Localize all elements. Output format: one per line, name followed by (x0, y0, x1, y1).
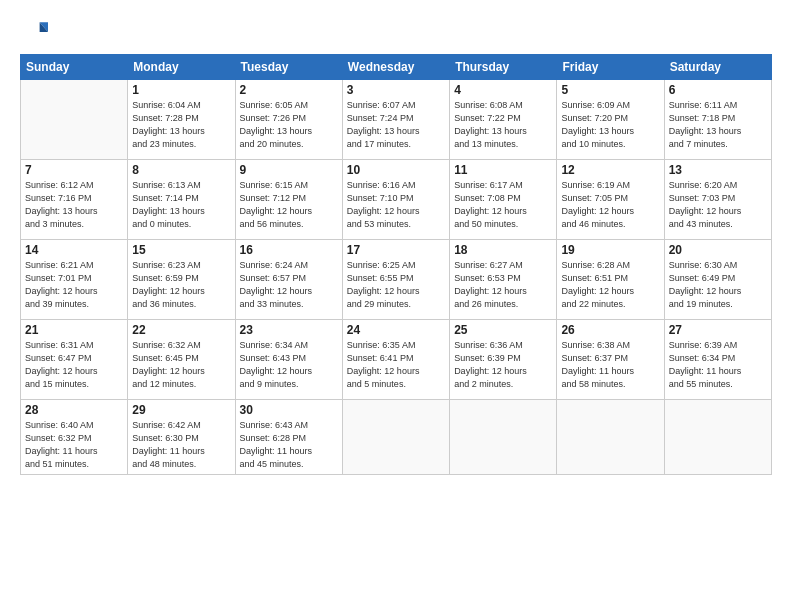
day-info: Sunrise: 6:15 AM Sunset: 7:12 PM Dayligh… (240, 179, 338, 231)
day-info: Sunrise: 6:34 AM Sunset: 6:43 PM Dayligh… (240, 339, 338, 391)
calendar-cell (342, 400, 449, 475)
day-number: 20 (669, 243, 767, 257)
day-info: Sunrise: 6:43 AM Sunset: 6:28 PM Dayligh… (240, 419, 338, 471)
week-row-5: 28Sunrise: 6:40 AM Sunset: 6:32 PM Dayli… (21, 400, 772, 475)
day-info: Sunrise: 6:19 AM Sunset: 7:05 PM Dayligh… (561, 179, 659, 231)
calendar-cell: 14Sunrise: 6:21 AM Sunset: 7:01 PM Dayli… (21, 240, 128, 320)
week-row-4: 21Sunrise: 6:31 AM Sunset: 6:47 PM Dayli… (21, 320, 772, 400)
day-info: Sunrise: 6:13 AM Sunset: 7:14 PM Dayligh… (132, 179, 230, 231)
calendar-cell: 7Sunrise: 6:12 AM Sunset: 7:16 PM Daylig… (21, 160, 128, 240)
day-number: 24 (347, 323, 445, 337)
calendar-cell: 30Sunrise: 6:43 AM Sunset: 6:28 PM Dayli… (235, 400, 342, 475)
calendar-cell: 25Sunrise: 6:36 AM Sunset: 6:39 PM Dayli… (450, 320, 557, 400)
calendar-cell: 22Sunrise: 6:32 AM Sunset: 6:45 PM Dayli… (128, 320, 235, 400)
logo (20, 18, 52, 46)
day-info: Sunrise: 6:39 AM Sunset: 6:34 PM Dayligh… (669, 339, 767, 391)
day-info: Sunrise: 6:35 AM Sunset: 6:41 PM Dayligh… (347, 339, 445, 391)
day-info: Sunrise: 6:27 AM Sunset: 6:53 PM Dayligh… (454, 259, 552, 311)
calendar-cell (21, 80, 128, 160)
calendar-cell: 5Sunrise: 6:09 AM Sunset: 7:20 PM Daylig… (557, 80, 664, 160)
day-info: Sunrise: 6:12 AM Sunset: 7:16 PM Dayligh… (25, 179, 123, 231)
calendar-table: SundayMondayTuesdayWednesdayThursdayFrid… (20, 54, 772, 475)
day-info: Sunrise: 6:23 AM Sunset: 6:59 PM Dayligh… (132, 259, 230, 311)
day-number: 2 (240, 83, 338, 97)
calendar-cell: 2Sunrise: 6:05 AM Sunset: 7:26 PM Daylig… (235, 80, 342, 160)
day-info: Sunrise: 6:04 AM Sunset: 7:28 PM Dayligh… (132, 99, 230, 151)
calendar-cell (664, 400, 771, 475)
day-info: Sunrise: 6:31 AM Sunset: 6:47 PM Dayligh… (25, 339, 123, 391)
weekday-header-monday: Monday (128, 55, 235, 80)
calendar-cell: 11Sunrise: 6:17 AM Sunset: 7:08 PM Dayli… (450, 160, 557, 240)
day-info: Sunrise: 6:32 AM Sunset: 6:45 PM Dayligh… (132, 339, 230, 391)
weekday-header-saturday: Saturday (664, 55, 771, 80)
calendar-cell: 28Sunrise: 6:40 AM Sunset: 6:32 PM Dayli… (21, 400, 128, 475)
generalblue-icon (20, 18, 48, 46)
day-number: 16 (240, 243, 338, 257)
day-info: Sunrise: 6:11 AM Sunset: 7:18 PM Dayligh… (669, 99, 767, 151)
calendar-cell: 1Sunrise: 6:04 AM Sunset: 7:28 PM Daylig… (128, 80, 235, 160)
day-number: 28 (25, 403, 123, 417)
weekday-header-row: SundayMondayTuesdayWednesdayThursdayFrid… (21, 55, 772, 80)
day-number: 7 (25, 163, 123, 177)
day-number: 4 (454, 83, 552, 97)
calendar-cell: 21Sunrise: 6:31 AM Sunset: 6:47 PM Dayli… (21, 320, 128, 400)
calendar-cell: 10Sunrise: 6:16 AM Sunset: 7:10 PM Dayli… (342, 160, 449, 240)
calendar-cell: 17Sunrise: 6:25 AM Sunset: 6:55 PM Dayli… (342, 240, 449, 320)
day-number: 23 (240, 323, 338, 337)
day-info: Sunrise: 6:38 AM Sunset: 6:37 PM Dayligh… (561, 339, 659, 391)
day-number: 12 (561, 163, 659, 177)
calendar-cell: 3Sunrise: 6:07 AM Sunset: 7:24 PM Daylig… (342, 80, 449, 160)
day-info: Sunrise: 6:40 AM Sunset: 6:32 PM Dayligh… (25, 419, 123, 471)
day-info: Sunrise: 6:05 AM Sunset: 7:26 PM Dayligh… (240, 99, 338, 151)
day-number: 19 (561, 243, 659, 257)
day-number: 15 (132, 243, 230, 257)
day-info: Sunrise: 6:24 AM Sunset: 6:57 PM Dayligh… (240, 259, 338, 311)
calendar-cell: 8Sunrise: 6:13 AM Sunset: 7:14 PM Daylig… (128, 160, 235, 240)
day-number: 3 (347, 83, 445, 97)
day-number: 25 (454, 323, 552, 337)
calendar-cell: 23Sunrise: 6:34 AM Sunset: 6:43 PM Dayli… (235, 320, 342, 400)
day-number: 22 (132, 323, 230, 337)
calendar-cell (557, 400, 664, 475)
calendar-cell: 6Sunrise: 6:11 AM Sunset: 7:18 PM Daylig… (664, 80, 771, 160)
day-number: 14 (25, 243, 123, 257)
day-number: 30 (240, 403, 338, 417)
calendar-cell: 29Sunrise: 6:42 AM Sunset: 6:30 PM Dayli… (128, 400, 235, 475)
weekday-header-tuesday: Tuesday (235, 55, 342, 80)
calendar-cell: 18Sunrise: 6:27 AM Sunset: 6:53 PM Dayli… (450, 240, 557, 320)
calendar-cell: 26Sunrise: 6:38 AM Sunset: 6:37 PM Dayli… (557, 320, 664, 400)
calendar-cell: 13Sunrise: 6:20 AM Sunset: 7:03 PM Dayli… (664, 160, 771, 240)
day-info: Sunrise: 6:08 AM Sunset: 7:22 PM Dayligh… (454, 99, 552, 151)
page: SundayMondayTuesdayWednesdayThursdayFrid… (0, 0, 792, 612)
day-number: 1 (132, 83, 230, 97)
day-number: 17 (347, 243, 445, 257)
weekday-header-thursday: Thursday (450, 55, 557, 80)
calendar-cell: 19Sunrise: 6:28 AM Sunset: 6:51 PM Dayli… (557, 240, 664, 320)
calendar-cell (450, 400, 557, 475)
day-info: Sunrise: 6:17 AM Sunset: 7:08 PM Dayligh… (454, 179, 552, 231)
calendar-cell: 15Sunrise: 6:23 AM Sunset: 6:59 PM Dayli… (128, 240, 235, 320)
calendar-cell: 20Sunrise: 6:30 AM Sunset: 6:49 PM Dayli… (664, 240, 771, 320)
calendar-cell: 16Sunrise: 6:24 AM Sunset: 6:57 PM Dayli… (235, 240, 342, 320)
calendar-cell: 27Sunrise: 6:39 AM Sunset: 6:34 PM Dayli… (664, 320, 771, 400)
day-info: Sunrise: 6:07 AM Sunset: 7:24 PM Dayligh… (347, 99, 445, 151)
day-number: 8 (132, 163, 230, 177)
day-number: 10 (347, 163, 445, 177)
day-number: 26 (561, 323, 659, 337)
calendar-cell: 24Sunrise: 6:35 AM Sunset: 6:41 PM Dayli… (342, 320, 449, 400)
day-info: Sunrise: 6:25 AM Sunset: 6:55 PM Dayligh… (347, 259, 445, 311)
day-info: Sunrise: 6:42 AM Sunset: 6:30 PM Dayligh… (132, 419, 230, 471)
week-row-3: 14Sunrise: 6:21 AM Sunset: 7:01 PM Dayli… (21, 240, 772, 320)
day-number: 13 (669, 163, 767, 177)
day-number: 21 (25, 323, 123, 337)
day-info: Sunrise: 6:21 AM Sunset: 7:01 PM Dayligh… (25, 259, 123, 311)
day-number: 18 (454, 243, 552, 257)
day-info: Sunrise: 6:30 AM Sunset: 6:49 PM Dayligh… (669, 259, 767, 311)
day-info: Sunrise: 6:36 AM Sunset: 6:39 PM Dayligh… (454, 339, 552, 391)
day-info: Sunrise: 6:28 AM Sunset: 6:51 PM Dayligh… (561, 259, 659, 311)
day-info: Sunrise: 6:09 AM Sunset: 7:20 PM Dayligh… (561, 99, 659, 151)
day-number: 29 (132, 403, 230, 417)
header (20, 18, 772, 46)
weekday-header-friday: Friday (557, 55, 664, 80)
week-row-1: 1Sunrise: 6:04 AM Sunset: 7:28 PM Daylig… (21, 80, 772, 160)
